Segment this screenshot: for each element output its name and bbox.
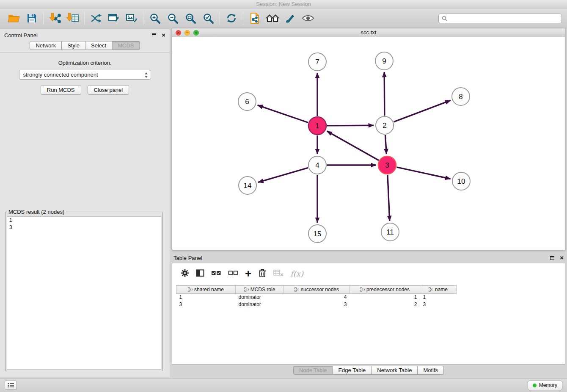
zoom-fit-button[interactable] xyxy=(182,10,199,26)
network-window-titlebar[interactable]: × − + scc.txt xyxy=(172,28,565,37)
table-cell[interactable]: 3 xyxy=(420,301,457,308)
import-network-icon xyxy=(49,12,61,24)
import-network-from-file-button[interactable] xyxy=(46,10,64,26)
table-cell[interactable]: 1 xyxy=(350,294,420,301)
zoom-out-button[interactable] xyxy=(164,10,182,26)
show-hide-button[interactable] xyxy=(299,10,317,26)
edge-1-to-2[interactable] xyxy=(327,125,374,126)
edge-2-to-3[interactable] xyxy=(385,135,387,154)
column-header-successor-nodes[interactable]: successor nodes xyxy=(284,286,350,294)
mcds-result-item[interactable]: 1 xyxy=(7,217,161,224)
edge-2-to-9[interactable] xyxy=(384,72,385,116)
edge-3-to-10[interactable] xyxy=(397,167,451,179)
select-all-button[interactable] xyxy=(211,269,221,278)
network-window-zoom-icon[interactable]: + xyxy=(193,30,199,36)
graph-node-3[interactable]: 3 xyxy=(378,156,396,174)
save-session-button[interactable] xyxy=(23,10,41,26)
tabs-divider xyxy=(0,52,170,53)
table-cell[interactable]: dominator xyxy=(236,301,284,308)
graph-node-10[interactable]: 10 xyxy=(452,172,470,190)
zoom-in-button[interactable] xyxy=(146,10,164,26)
tab-select[interactable]: Select xyxy=(85,41,112,50)
optimization-criterion-select[interactable]: strongly connected component xyxy=(19,70,151,80)
tab-network[interactable]: Network xyxy=(30,41,62,50)
table-cell[interactable]: dominator xyxy=(236,294,284,301)
table-cell[interactable]: 3 xyxy=(284,301,350,308)
table-row[interactable]: 1dominator411 xyxy=(176,294,457,301)
eye-icon xyxy=(302,14,314,23)
clone-network-button[interactable] xyxy=(246,10,264,26)
table-cell[interactable]: 2 xyxy=(350,301,420,308)
graph-node-7[interactable]: 7 xyxy=(308,53,326,71)
close-panel-button[interactable]: Close panel xyxy=(88,85,129,95)
column-header-name[interactable]: name xyxy=(420,286,457,294)
column-header-predecessor-nodes[interactable]: predecessor nodes xyxy=(350,286,420,294)
delete-columns-button[interactable] xyxy=(258,268,267,279)
table-cell[interactable]: 1 xyxy=(420,294,457,301)
export-network-button[interactable] xyxy=(105,10,123,26)
graph-node-1[interactable]: 1 xyxy=(308,117,326,135)
status-bar: Memory xyxy=(0,378,567,392)
tab-style[interactable]: Style xyxy=(62,41,85,50)
control-panel-tabs: NetworkStyleSelectMCDS xyxy=(0,41,170,50)
graph-node-15[interactable]: 15 xyxy=(308,225,326,243)
add-column-button[interactable]: + xyxy=(245,269,251,278)
graph-node-2[interactable]: 2 xyxy=(376,116,394,134)
tab-motifs[interactable]: Motifs xyxy=(418,366,444,375)
tab-mcds[interactable]: MCDS xyxy=(112,41,140,50)
refresh-view-button[interactable] xyxy=(223,10,240,26)
graph-node-11[interactable]: 11 xyxy=(381,223,399,241)
column-header-shared-name[interactable]: shared name xyxy=(176,286,236,294)
table-mode-gear-button[interactable] xyxy=(181,269,189,279)
column-header-MCDS-role[interactable]: MCDS role xyxy=(236,286,284,294)
node-table: shared nameMCDS rolesuccessor nodesprede… xyxy=(176,285,457,308)
first-neighbors-button[interactable] xyxy=(264,10,281,26)
table-panel-close-button[interactable]: × xyxy=(560,256,564,260)
mcds-result-item[interactable]: 3 xyxy=(7,224,161,231)
mcds-result-box: MCDS result (2 nodes) 13 xyxy=(5,209,163,371)
delete-table-button[interactable] xyxy=(273,269,284,278)
search-input[interactable] xyxy=(449,15,559,21)
show-columns-button[interactable] xyxy=(196,269,204,279)
network-window-close-icon[interactable]: × xyxy=(176,30,181,36)
network-window-minimize-icon[interactable]: − xyxy=(184,30,190,36)
edge-3-to-1[interactable] xyxy=(327,131,379,160)
tab-edge-table[interactable]: Edge Table xyxy=(333,366,372,375)
zoom-selected-button[interactable] xyxy=(199,10,217,26)
node-label-2: 2 xyxy=(383,121,386,130)
table-cell[interactable]: 1 xyxy=(176,294,236,301)
node-label-8: 8 xyxy=(459,93,462,101)
edge-4-to-14[interactable] xyxy=(258,168,308,182)
table-row[interactable]: 3dominator323 xyxy=(176,301,457,308)
edge-1-to-6[interactable] xyxy=(258,105,308,122)
open-session-button[interactable] xyxy=(5,10,23,26)
node-label-4: 4 xyxy=(315,161,319,169)
import-table-from-file-button[interactable] xyxy=(64,10,82,26)
new-network-button[interactable] xyxy=(87,10,105,26)
edge-3-to-11[interactable] xyxy=(388,175,390,221)
graph-node-9[interactable]: 9 xyxy=(375,52,393,70)
edge-2-to-8[interactable] xyxy=(394,100,451,122)
function-builder-button[interactable]: f(x) xyxy=(290,269,303,278)
apply-style-button[interactable] xyxy=(281,10,299,26)
tab-network-table[interactable]: Network Table xyxy=(372,366,418,375)
table-cell[interactable]: 3 xyxy=(176,301,236,308)
memory-button[interactable]: Memory xyxy=(528,381,562,390)
control-panel-close-button[interactable]: × xyxy=(162,33,165,37)
graph-node-8[interactable]: 8 xyxy=(452,88,470,105)
export-image-button[interactable] xyxy=(123,10,140,26)
table-panel-float-button[interactable] xyxy=(550,256,554,260)
graph-node-4[interactable]: 4 xyxy=(308,156,326,174)
run-mcds-button[interactable]: Run MCDS xyxy=(41,85,81,95)
export-image-icon xyxy=(126,13,138,24)
task-history-button[interactable] xyxy=(5,381,17,390)
graph-node-6[interactable]: 6 xyxy=(238,93,256,110)
network-canvas[interactable]: 7968124314101511 xyxy=(172,37,565,250)
table-cell[interactable]: 4 xyxy=(284,294,350,301)
graph-node-14[interactable]: 14 xyxy=(239,177,256,194)
tab-node-table[interactable]: Node Table xyxy=(293,366,333,375)
control-panel-float-button[interactable] xyxy=(152,33,156,37)
search-box[interactable] xyxy=(438,14,562,23)
mcds-result-list[interactable]: 13 xyxy=(7,216,161,370)
deselect-all-button[interactable] xyxy=(228,269,238,278)
